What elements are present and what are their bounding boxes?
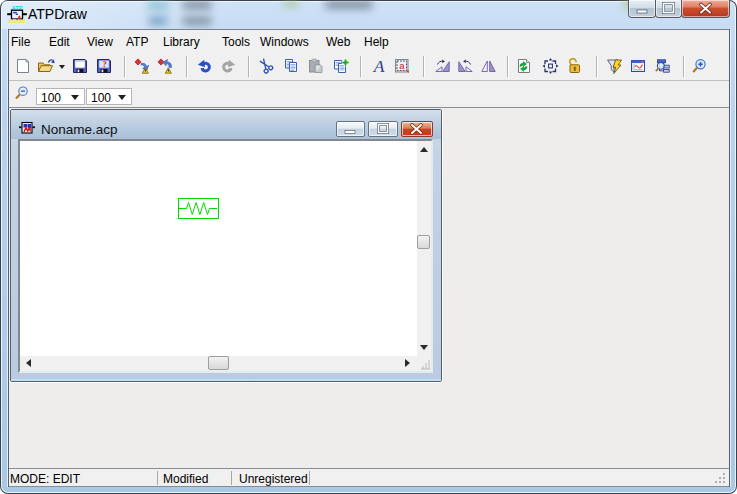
- svg-text:DRAW: DRAW: [8, 18, 26, 24]
- svg-text:A: A: [373, 58, 385, 74]
- svg-text:?: ?: [102, 59, 106, 69]
- svg-text:a: a: [399, 60, 405, 71]
